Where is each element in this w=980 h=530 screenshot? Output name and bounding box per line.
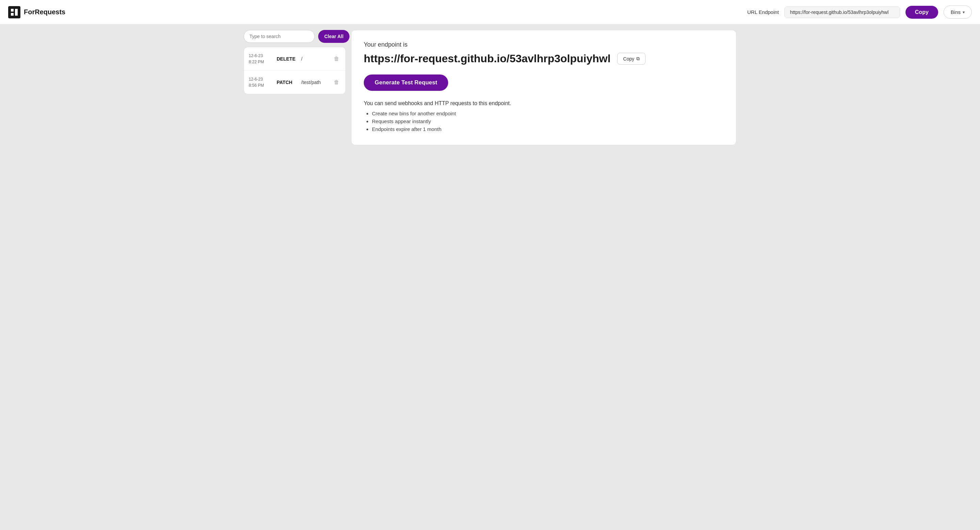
header-copy-button[interactable]: Copy: [905, 6, 938, 19]
endpoint-url-row: https://for-request.github.io/53avlhrp3o…: [364, 52, 724, 65]
request-time: 12-6-23 8:56 PM: [249, 76, 272, 89]
svg-rect-0: [8, 6, 21, 18]
header: ForRequests URL Endpoint Copy Bins ▾: [0, 0, 980, 24]
chevron-down-icon: ▾: [963, 10, 965, 14]
endpoint-copy-button[interactable]: Copy ⧉: [617, 53, 646, 65]
delete-icon[interactable]: 🗑: [332, 78, 340, 87]
info-text: You can send webhooks and HTTP requests …: [364, 100, 724, 106]
clear-all-button[interactable]: Clear All: [318, 30, 350, 43]
request-list: 12-6-23 8:22 PM DELETE / 🗑 12-6-23 8:56 …: [243, 47, 346, 94]
bins-button[interactable]: Bins ▾: [943, 5, 972, 19]
url-endpoint-label: URL Endpoint: [747, 9, 779, 15]
info-list: Create new bins for another endpoint Req…: [364, 111, 724, 132]
content-panel: Your endpoint is https://for-request.git…: [351, 30, 737, 145]
request-path: /: [301, 56, 328, 62]
request-method: DELETE: [277, 56, 297, 62]
sidebar: Clear All 12-6-23 8:22 PM DELETE / 🗑 12-…: [243, 30, 346, 145]
header-right: URL Endpoint Copy Bins ▾: [747, 5, 972, 19]
endpoint-url: https://for-request.github.io/53avlhrp3o…: [364, 52, 611, 65]
svg-rect-2: [15, 9, 18, 16]
generate-test-request-button[interactable]: Generate Test Request: [364, 75, 448, 91]
info-item: Create new bins for another endpoint: [372, 111, 724, 116]
list-item[interactable]: 12-6-23 8:56 PM PATCH /test/path 🗑: [244, 71, 345, 94]
info-item: Requests appear instantly: [372, 118, 724, 124]
search-input[interactable]: [243, 30, 315, 43]
url-endpoint-input[interactable]: [784, 6, 900, 18]
copy-icon: ⧉: [636, 56, 640, 62]
bins-label: Bins: [951, 9, 961, 15]
info-item: Endpoints expire after 1 month: [372, 126, 724, 132]
list-item[interactable]: 12-6-23 8:22 PM DELETE / 🗑: [244, 47, 345, 71]
delete-icon[interactable]: 🗑: [332, 54, 340, 63]
copy-label: Copy: [623, 56, 634, 62]
svg-rect-1: [11, 9, 14, 11]
svg-rect-3: [11, 13, 14, 16]
request-time: 12-6-23 8:22 PM: [249, 53, 272, 65]
search-area: Clear All: [243, 30, 346, 43]
request-method: PATCH: [277, 79, 297, 85]
main-layout: Clear All 12-6-23 8:22 PM DELETE / 🗑 12-…: [238, 24, 742, 151]
logo-area: ForRequests: [8, 6, 747, 18]
endpoint-intro: Your endpoint is: [364, 41, 724, 48]
request-path: /test/path: [301, 79, 328, 85]
logo-text: ForRequests: [24, 8, 65, 16]
logo-icon: [8, 6, 21, 18]
